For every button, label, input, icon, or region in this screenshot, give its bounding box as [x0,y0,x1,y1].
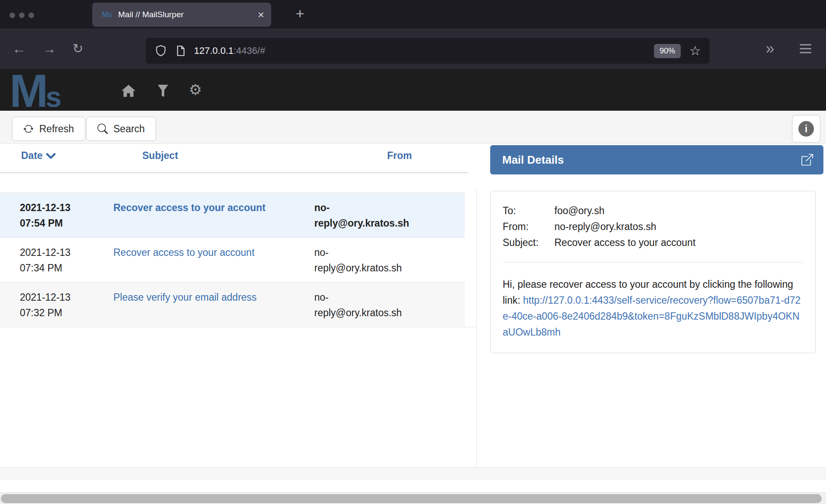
from-value: no-reply@ory.kratos.sh [554,219,656,235]
mail-details-card: To: foo@ory.sh From: no-reply@ory.kratos… [490,191,816,353]
info-icon: i [798,121,814,137]
mail-list-header: Date Subject From [0,144,476,172]
window-minimize-dot[interactable] [19,12,25,18]
menu-icon[interactable] [800,44,811,53]
mail-subject-link[interactable]: Recover access to your account [93,245,314,282]
mail-row[interactable]: 2021-12-13 07:34 PM Recover access to yo… [0,237,465,282]
logo-letter-m: M [9,65,46,117]
window-controls[interactable] [9,12,34,18]
reload-icon[interactable]: ↻ [72,42,83,55]
refresh-button[interactable]: Refresh [12,117,85,141]
forward-icon[interactable]: → [42,42,56,56]
url-bar[interactable]: 127.0.0.1:4436/# 90% ☆ [146,38,710,64]
mail-list-panel: Date Subject From 2021-12-13 07:54 PM Re… [0,144,476,467]
mail-details-panel: Mail Details To: foo@ory.sh From: no-rep… [476,144,826,467]
page-bottom-gap [0,480,826,492]
mail-from: no-reply@ory.kratos.sh [314,289,413,327]
mail-row-selected[interactable]: 2021-12-13 07:54 PM Recover access to yo… [0,193,465,237]
action-toolbar: Refresh Search i [0,111,826,144]
column-header-from[interactable]: From [387,150,412,162]
url-port-path: :4436/# [234,45,265,56]
column-header-subject[interactable]: Subject [142,150,178,162]
mail-body: Hi, please recover access to your accoun… [503,277,803,340]
to-label: To: [503,203,554,219]
filter-icon[interactable] [157,84,169,97]
mail-date: 2021-12-13 07:54 PM [0,200,93,237]
sort-chevron-down-icon [46,153,56,159]
open-external-icon[interactable] [801,154,813,166]
mailslurper-header: Ms ⚙ [0,69,826,111]
gear-icon[interactable]: ⚙ [189,82,202,97]
mailslurper-logo: Ms [9,70,62,112]
from-label: From: [503,219,554,235]
mail-details-header: Mail Details [490,145,823,174]
panel-footer-strip [0,467,826,479]
header-separator [0,172,468,173]
mail-subject-link[interactable]: Recover access to your account [93,200,314,237]
browser-tab[interactable]: Ms Mail // MailSlurper × [92,3,271,27]
info-button[interactable]: i [792,115,820,143]
logo-letter-s: s [46,81,62,113]
window-zoom-dot[interactable] [28,12,34,18]
mail-date: 2021-12-13 07:34 PM [0,245,93,282]
browser-window: Ms Mail // MailSlurper × + ← → ↻ 127.0.0… [0,0,826,504]
mail-from: no-reply@ory.kratos.sh [314,200,413,237]
mail-from: no-reply@ory.kratos.sh [314,245,413,282]
column-header-date-label: Date [21,150,43,162]
extensions-overflow-icon[interactable]: » [766,41,774,56]
refresh-icon [23,124,34,134]
back-icon[interactable]: ← [12,42,26,56]
page-info-icon[interactable] [176,45,185,57]
shield-icon[interactable] [155,45,166,57]
recovery-link[interactable]: http://127.0.0.1:4433/self-service/recov… [503,295,801,338]
scrollbar-thumb[interactable] [1,494,822,503]
mail-subject-link[interactable]: Please verify your email address [93,289,314,327]
mail-details-title: Mail Details [502,153,564,167]
url-host: 127.0.0.1 [194,45,234,56]
tab-close-icon[interactable]: × [258,9,264,20]
url-text: 127.0.0.1:4436/# [194,45,265,56]
mail-row[interactable]: 2021-12-13 07:32 PM Please verify your e… [0,282,465,327]
window-close-dot[interactable] [9,12,15,18]
mailslurper-favicon-icon: Ms [102,10,112,19]
mail-date: 2021-12-13 07:32 PM [0,289,93,327]
details-separator [503,262,803,262]
tab-title: Mail // MailSlurper [118,10,184,19]
horizontal-scrollbar[interactable] [0,492,826,504]
new-tab-icon[interactable]: + [296,5,304,22]
column-header-date[interactable]: Date [21,150,56,162]
to-value: foo@ory.sh [554,203,604,219]
mail-rows: 2021-12-13 07:54 PM Recover access to yo… [0,193,476,327]
bookmark-star-icon[interactable]: ☆ [689,44,701,57]
zoom-level-badge[interactable]: 90% [654,44,681,58]
main-content: Date Subject From 2021-12-13 07:54 PM Re… [0,144,826,467]
browser-toolbar: ← → ↻ 127.0.0.1:4436/# 90% ☆ » [0,28,826,69]
search-button-label: Search [113,123,145,135]
subject-label: Subject: [503,235,554,251]
home-icon[interactable] [121,84,136,97]
refresh-button-label: Refresh [39,123,74,135]
search-button[interactable]: Search [86,117,156,141]
tab-strip: Ms Mail // MailSlurper × + [0,0,826,28]
search-icon [97,124,108,134]
subject-value: Recover access to your account [554,235,695,251]
